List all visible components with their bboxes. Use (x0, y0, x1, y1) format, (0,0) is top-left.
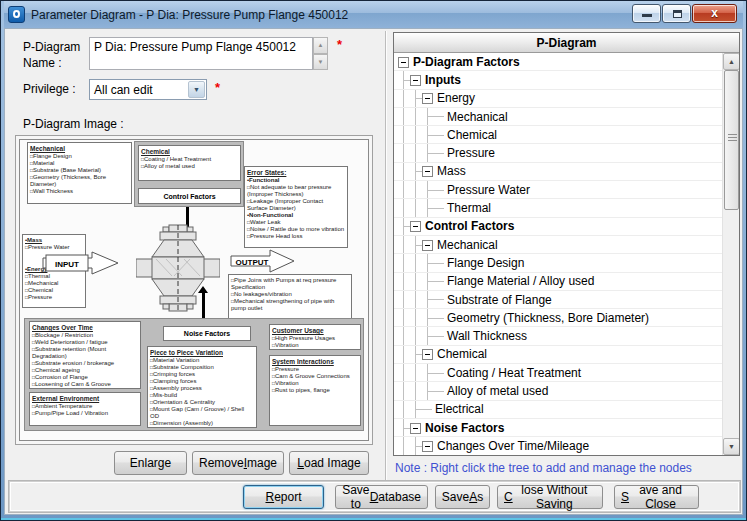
tree-collapse-toggle[interactable] (410, 221, 421, 232)
dialog-body: P-Diagram Name : P Dia: Pressure Pump Fl… (4, 28, 743, 515)
tree-collapse-toggle[interactable] (410, 75, 421, 86)
tree-node-label[interactable]: Changes Over Time/Mileage (437, 439, 589, 453)
tree-node[interactable]: Mass (394, 163, 739, 181)
tree-guide-line (403, 254, 404, 271)
remove-image-button[interactable]: Remove Image (192, 451, 284, 475)
tree-node-label[interactable]: Alloy of metal used (447, 384, 548, 398)
tree-node[interactable]: Energy (394, 90, 739, 108)
spinner-down-button[interactable]: ▼ (313, 54, 328, 71)
name-input[interactable]: P Dia: Pressure Pump Flange 450012 (89, 37, 313, 70)
privilege-select[interactable]: All can edit ▼ (89, 79, 207, 100)
diagram-item: Pipe Joins with Pumps at req pressure Sp… (231, 277, 349, 291)
tree-node[interactable]: Geometry (Thickness, Bore Diameter) (394, 309, 739, 327)
tree-panel: P-Diagram P-Diagram FactorsInputsEnergyM… (393, 32, 740, 456)
tree-node[interactable]: Pressure Water (394, 181, 739, 199)
tree-node[interactable]: Alloy of metal used (394, 382, 739, 400)
tree-node[interactable]: Flange Material / Alloy used (394, 273, 739, 291)
tree-node[interactable]: Mechanical (394, 236, 739, 254)
tree-collapse-toggle[interactable] (422, 240, 433, 251)
diagram-item: Mis-build (150, 392, 254, 399)
p-diagram-canvas: Mechanical Flange DesignMaterialSubstrat… (19, 139, 369, 441)
tree-node-label[interactable]: Coating / Heat Treatment (447, 366, 581, 380)
diagram-item: Geometry (Thickness, Bore Diameter) (30, 174, 129, 188)
tree-node-label[interactable]: Mass (437, 164, 466, 178)
privilege-dropdown-button[interactable]: ▼ (188, 81, 205, 98)
tree-collapse-toggle[interactable] (422, 93, 433, 104)
noise-factors-label: Noise Factors (163, 326, 251, 341)
diagram-item: Pressure Head loss (247, 233, 345, 240)
tree-node-label[interactable]: Electrical (435, 402, 484, 416)
tree-collapse-toggle[interactable] (410, 423, 421, 434)
tree-node[interactable]: Electrical (394, 401, 739, 419)
tree-collapse-toggle[interactable] (422, 349, 433, 360)
tree-node[interactable]: Coating / Heat Treatment (394, 364, 739, 382)
save-to-database-button[interactable]: Save to Database (335, 485, 428, 509)
tree-node[interactable]: Mechanical (394, 108, 739, 126)
titlebar[interactable]: Parameter Diagram - P Dia: Pressure Pump… (4, 1, 743, 28)
tree-node[interactable]: Chemical (394, 126, 739, 144)
chevron-down-icon: ▼ (728, 443, 735, 450)
tree-node-label[interactable]: Flange Material / Alloy used (447, 274, 594, 288)
tree-guide-line (403, 108, 404, 125)
tree-node-label[interactable]: Geometry (Thickness, Bore Diameter) (447, 311, 649, 325)
tree-node[interactable]: Thermal (394, 199, 739, 217)
tree[interactable]: P-Diagram FactorsInputsEnergyMechanicalC… (394, 53, 739, 455)
maximize-icon (673, 10, 682, 18)
close-button[interactable]: x (692, 4, 737, 23)
tree-node-label[interactable]: Mechanical (437, 238, 498, 252)
scroll-down-button[interactable]: ▼ (723, 438, 739, 455)
tree-node[interactable]: Inputs (394, 71, 739, 89)
scroll-up-button[interactable]: ▲ (723, 53, 739, 70)
maximize-button[interactable] (662, 4, 691, 23)
tree-collapse-toggle[interactable] (422, 166, 433, 177)
tree-node[interactable]: Changes Over Time/Mileage (394, 437, 739, 455)
save-as-button[interactable]: Save As (435, 485, 490, 509)
tree-node-label[interactable]: Chemical (447, 128, 497, 142)
tree-guide-line (415, 309, 416, 326)
report-button[interactable]: Report (243, 485, 324, 509)
tree-guide-line (403, 199, 404, 216)
scrollbar-thumb[interactable] (724, 70, 739, 210)
tree-node-label[interactable]: Control Factors (425, 219, 514, 233)
tree-node[interactable]: Control Factors (394, 218, 739, 236)
tree-node-label[interactable]: Thermal (447, 201, 491, 215)
tree-guide-line (403, 437, 404, 454)
spinner-up-button[interactable]: ▲ (313, 37, 328, 54)
tree-connector-line (427, 281, 444, 282)
tree-node[interactable]: Noise Factors (394, 419, 739, 437)
tree-node-label[interactable]: Inputs (425, 73, 461, 87)
tree-node-label[interactable]: Noise Factors (425, 421, 504, 435)
tree-scrollbar[interactable]: ▲ ▼ (722, 53, 739, 455)
save-and-close-button[interactable]: Save and Close (614, 485, 699, 509)
tree-node-label[interactable]: Mechanical (447, 110, 508, 124)
tree-node[interactable]: Substrate of Flange (394, 291, 739, 309)
tree-node-label[interactable]: Energy (437, 91, 475, 105)
tree-node-label[interactable]: Pressure (447, 146, 495, 160)
minimize-button[interactable] (632, 4, 661, 23)
tree-guide-line (415, 181, 416, 198)
tree-node-label[interactable]: Pressure Water (447, 183, 530, 197)
tree-connector-line (415, 245, 422, 246)
close-without-saving-button[interactable]: Close Without Saving (497, 485, 603, 509)
tree-node[interactable]: Chemical (394, 346, 739, 364)
tree-collapse-toggle[interactable] (422, 441, 433, 452)
tree-node[interactable]: Flange Design (394, 254, 739, 272)
enlarge-button[interactable]: Enlarge (114, 451, 187, 475)
tree-node[interactable]: Pressure (394, 144, 739, 162)
tree-guide-line (415, 254, 416, 271)
tree-node-label[interactable]: Substrate of Flange (447, 293, 552, 307)
p-diagram-image[interactable]: Mechanical Flange DesignMaterialSubstrat… (15, 135, 373, 445)
load-image-button[interactable]: Load Image (289, 451, 369, 475)
privilege-label: Privilege : (23, 82, 76, 96)
diagram-item: Corrosion of Flange (32, 374, 138, 381)
tree-node-label[interactable]: Chemical (437, 347, 487, 361)
tree-node-label[interactable]: Wall Thickness (447, 329, 527, 343)
tree-node[interactable]: P-Diagram Factors (394, 53, 739, 71)
tree-node[interactable]: Wall Thickness (394, 327, 739, 345)
diagram-item: Mount Gap (Cam / Groove) / Shell OD (150, 406, 254, 420)
tree-node-label[interactable]: Flange Design (447, 256, 524, 270)
diagram-item: Wall Thickness (30, 188, 129, 195)
tree-node-label[interactable]: P-Diagram Factors (413, 55, 520, 69)
tree-collapse-toggle[interactable] (398, 57, 409, 68)
tree-guide-line (415, 327, 416, 344)
